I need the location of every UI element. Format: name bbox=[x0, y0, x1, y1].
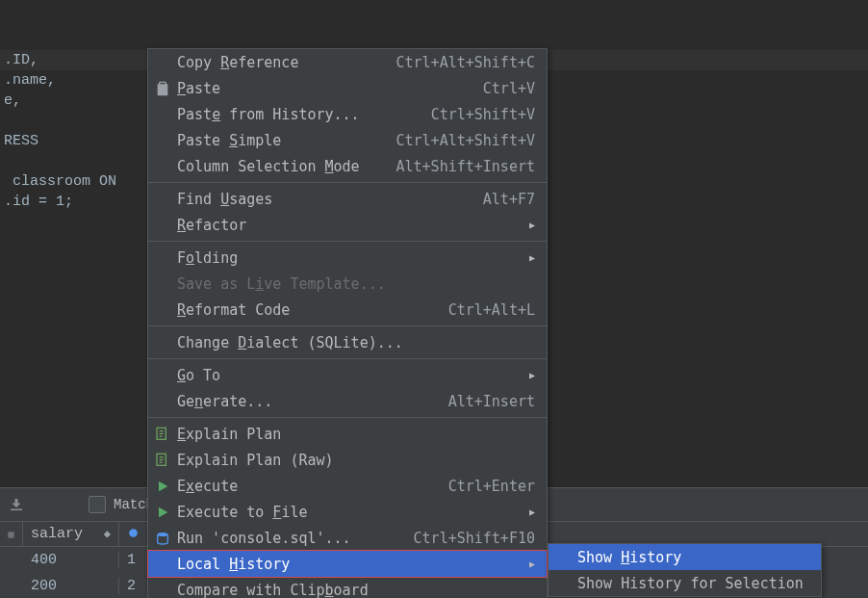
menu-item[interactable]: Change Dialect (SQLite)... bbox=[148, 329, 547, 355]
menu-item-label: Run 'console.sql'... bbox=[177, 530, 404, 547]
grid-header-salary[interactable]: salary ◆ bbox=[23, 522, 119, 546]
menu-item[interactable]: Find UsagesAlt+F7 bbox=[148, 186, 547, 212]
svg-point-5 bbox=[129, 529, 138, 537]
menu-item[interactable]: Reformat CodeCtrl+Alt+L bbox=[148, 297, 547, 323]
menu-item-label: Change Dialect (SQLite)... bbox=[177, 334, 535, 351]
menu-separator bbox=[148, 325, 547, 326]
menu-item-shortcut: Ctrl+Shift+F10 bbox=[414, 530, 535, 547]
menu-item[interactable]: Folding▶ bbox=[148, 245, 547, 271]
menu-item-shortcut: Ctrl+Enter bbox=[448, 478, 535, 495]
cell-rownum: 1 bbox=[119, 552, 148, 568]
menu-item[interactable]: PasteCtrl+V bbox=[148, 75, 547, 101]
menu-item-label: Copy Reference bbox=[177, 54, 387, 71]
menu-item[interactable]: Copy ReferenceCtrl+Alt+Shift+C bbox=[148, 49, 547, 75]
chevron-right-icon: ▶ bbox=[525, 252, 535, 263]
menu-item[interactable]: Column Selection ModeAlt+Shift+Insert bbox=[148, 153, 547, 179]
cell-salary: 400 bbox=[23, 552, 119, 568]
chevron-right-icon: ▶ bbox=[525, 559, 535, 569]
menu-item-shortcut: Alt+Shift+Insert bbox=[396, 158, 536, 175]
match-checkbox[interactable] bbox=[89, 496, 106, 513]
play-icon bbox=[148, 479, 177, 494]
explain-icon bbox=[148, 427, 177, 442]
menu-item-label: Local History bbox=[177, 556, 518, 573]
column-icon bbox=[127, 527, 140, 542]
menu-item[interactable]: Explain Plan bbox=[148, 421, 547, 447]
menu-item[interactable]: Go To▶ bbox=[148, 362, 547, 388]
menu-item-label: Refactor bbox=[177, 217, 518, 234]
menu-item-label: Compare with Clipboard bbox=[177, 582, 535, 599]
svg-point-8 bbox=[158, 533, 168, 536]
menu-item-label: Reformat Code bbox=[177, 301, 439, 319]
menu-item-shortcut: Ctrl+V bbox=[483, 80, 535, 97]
menu-item-shortcut: Ctrl+Shift+V bbox=[431, 106, 535, 123]
menu-item[interactable]: Paste SimpleCtrl+Alt+Shift+V bbox=[148, 127, 547, 153]
context-submenu: Show HistoryShow History for Selection bbox=[548, 543, 822, 597]
grid-header-2[interactable] bbox=[119, 522, 148, 546]
play2-icon bbox=[148, 505, 177, 520]
menu-item-label: Go To bbox=[177, 367, 518, 384]
table-icon bbox=[8, 527, 14, 542]
db-icon bbox=[148, 531, 177, 546]
menu-item[interactable]: Execute to File▶ bbox=[148, 499, 547, 525]
menu-item[interactable]: Generate...Alt+Insert bbox=[148, 388, 547, 414]
menu-item[interactable]: Paste from History...Ctrl+Shift+V bbox=[148, 101, 547, 127]
menu-separator bbox=[148, 358, 547, 359]
menu-item[interactable]: Explain Plan (Raw) bbox=[148, 447, 547, 473]
menu-item-label: Explain Plan (Raw) bbox=[177, 452, 535, 469]
menu-item-label: Show History for Selection bbox=[577, 575, 809, 592]
menu-item-label: Find Usages bbox=[177, 191, 473, 208]
menu-item: Save as Live Template... bbox=[148, 271, 547, 297]
menu-item[interactable]: Run 'console.sql'...Ctrl+Shift+F10 bbox=[148, 525, 547, 551]
menu-separator bbox=[148, 417, 547, 418]
menu-item-shortcut: Ctrl+Alt+L bbox=[448, 301, 535, 319]
chevron-right-icon: ▶ bbox=[525, 220, 535, 230]
menu-item-label: Paste from History... bbox=[177, 106, 421, 123]
download-icon[interactable] bbox=[8, 496, 25, 513]
menu-item-shortcut: Ctrl+Alt+Shift+V bbox=[396, 132, 536, 149]
menu-item-shortcut: Alt+Insert bbox=[448, 393, 535, 410]
menu-item-shortcut: Alt+F7 bbox=[483, 191, 535, 208]
menu-item-label: Paste bbox=[177, 80, 473, 97]
explain2-icon bbox=[148, 453, 177, 468]
chevron-right-icon: ▶ bbox=[525, 507, 535, 517]
grid-header-rownum[interactable] bbox=[0, 522, 23, 546]
menu-item[interactable]: Show History for Selection bbox=[549, 570, 821, 596]
menu-item[interactable]: Local History▶ bbox=[148, 551, 547, 577]
cell-rownum: 2 bbox=[119, 578, 148, 594]
context-menu: Copy ReferenceCtrl+Alt+Shift+CPasteCtrl+… bbox=[147, 48, 548, 598]
menu-item-label: Generate... bbox=[177, 393, 439, 410]
menu-separator bbox=[148, 241, 547, 242]
menu-item-label: Paste Simple bbox=[177, 132, 387, 149]
svg-rect-0 bbox=[9, 532, 13, 536]
cell-salary: 200 bbox=[23, 578, 119, 594]
menu-item-label: Folding bbox=[177, 249, 518, 267]
sort-indicator-icon: ◆ bbox=[104, 527, 111, 541]
menu-item[interactable]: ExecuteCtrl+Enter bbox=[148, 473, 547, 499]
menu-item-label: Execute to File bbox=[177, 504, 518, 521]
menu-item[interactable]: Show History bbox=[549, 544, 821, 570]
menu-item[interactable]: Compare with Clipboard bbox=[148, 577, 547, 598]
menu-item-label: Show History bbox=[577, 549, 809, 566]
menu-item-label: Column Selection Mode bbox=[177, 158, 387, 175]
menu-separator bbox=[148, 182, 547, 183]
clipboard-icon bbox=[148, 81, 177, 96]
menu-item[interactable]: Refactor▶ bbox=[148, 212, 547, 238]
menu-item-label: Execute bbox=[177, 478, 439, 495]
menu-item-label: Save as Live Template... bbox=[177, 275, 535, 293]
chevron-right-icon: ▶ bbox=[525, 370, 535, 380]
menu-item-shortcut: Ctrl+Alt+Shift+C bbox=[396, 54, 536, 71]
menu-item-label: Explain Plan bbox=[177, 426, 535, 443]
